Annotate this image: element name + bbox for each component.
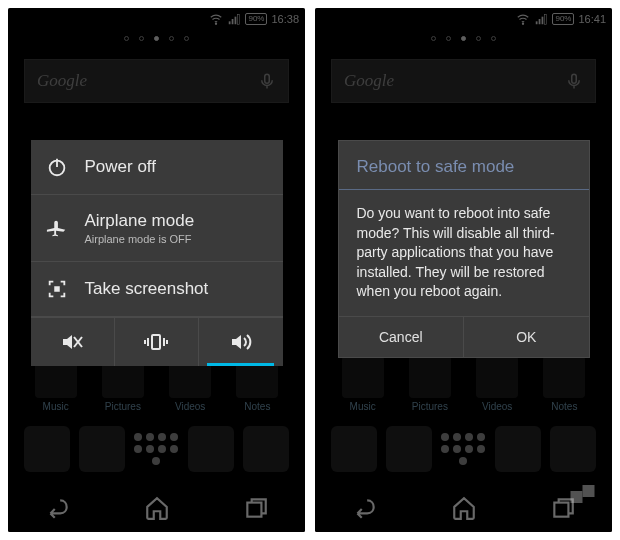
airplane-mode-item[interactable]: Airplane modeAirplane mode is OFF bbox=[31, 195, 283, 262]
power-off-item[interactable]: Power off bbox=[31, 140, 283, 195]
svg-rect-21 bbox=[583, 485, 595, 497]
phone-right: 90% 16:41 Google Music Pictures Videos N… bbox=[315, 8, 612, 532]
sound-button[interactable] bbox=[199, 318, 282, 366]
screenshot-icon bbox=[45, 278, 69, 300]
safe-mode-dialog: Reboot to safe mode Do you want to reboo… bbox=[338, 140, 590, 358]
svg-rect-12 bbox=[152, 335, 160, 349]
watermark-icon bbox=[566, 476, 602, 512]
phone-left: 90% 16:38 Google Music Pictures Videos N… bbox=[8, 8, 305, 532]
cancel-button[interactable]: Cancel bbox=[339, 317, 465, 357]
mute-button[interactable] bbox=[31, 318, 115, 366]
power-icon bbox=[45, 156, 69, 178]
airplane-icon bbox=[45, 217, 69, 239]
vibrate-button[interactable] bbox=[115, 318, 199, 366]
dialog-buttons: Cancel OK bbox=[339, 317, 589, 357]
power-menu-overlay[interactable]: Power off Airplane modeAirplane mode is … bbox=[8, 8, 305, 532]
ok-button[interactable]: OK bbox=[464, 317, 589, 357]
dialog-title: Reboot to safe mode bbox=[339, 141, 589, 190]
svg-rect-20 bbox=[571, 491, 583, 503]
dialog-body: Do you want to reboot into safe mode? Th… bbox=[339, 190, 589, 317]
dialog-overlay[interactable]: Reboot to safe mode Do you want to reboo… bbox=[315, 8, 612, 532]
power-menu: Power off Airplane modeAirplane mode is … bbox=[31, 140, 283, 366]
sound-mode-row bbox=[31, 317, 283, 366]
svg-rect-9 bbox=[55, 287, 59, 291]
screenshot-item[interactable]: Take screenshot bbox=[31, 262, 283, 317]
